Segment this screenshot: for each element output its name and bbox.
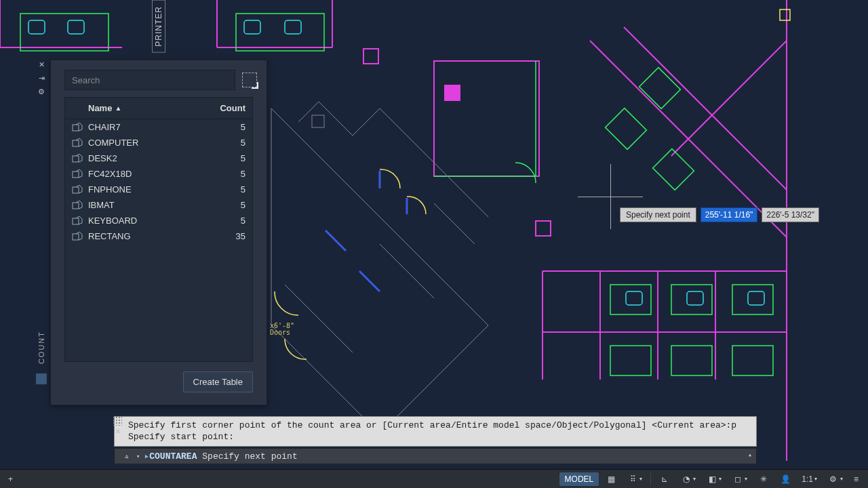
table-row[interactable]: RECTANG35 (65, 228, 252, 244)
block-count: 5 (205, 216, 245, 226)
svg-rect-11 (732, 346, 773, 375)
block-count: 35 (205, 231, 245, 241)
column-header-name-label: Name (88, 103, 112, 113)
dynamic-input-tooltip: Specify next point 255'-11 1/16" 226'-5 … (620, 207, 819, 222)
expand-history-icon[interactable]: ▴ (748, 451, 752, 459)
block-name: RECTANG (88, 231, 205, 241)
table-row[interactable]: FNPHONE5 (65, 182, 252, 197)
svg-rect-21 (748, 291, 764, 305)
create-table-button[interactable]: Create Table (183, 371, 253, 392)
svg-rect-22 (312, 115, 324, 127)
close-icon[interactable]: ✕ (37, 60, 46, 69)
svg-rect-25 (73, 125, 79, 131)
svg-rect-3 (445, 85, 460, 100)
block-count: 5 (205, 200, 245, 210)
scale-button[interactable]: 1:1▾ (797, 473, 821, 485)
block-count: 5 (205, 169, 245, 179)
command-history-line: Specify start point: (128, 431, 749, 443)
block-name: IBMAT (88, 200, 205, 210)
command-prompt-text: Specify next point (202, 451, 297, 462)
block-count: 5 (205, 122, 245, 132)
ortho-toggle-icon[interactable]: ⊾ (655, 472, 674, 486)
block-name: FC42X18D (88, 169, 205, 179)
svg-rect-29 (73, 187, 79, 193)
block-name: DESK2 (88, 153, 205, 163)
svg-rect-8 (732, 285, 773, 314)
command-line-area: ✕ Specify first corner point of the coun… (114, 416, 757, 464)
block-icon (72, 201, 83, 210)
svg-rect-1 (363, 49, 378, 64)
svg-rect-10 (671, 346, 712, 375)
annotation-scale-icon[interactable]: ✳ (754, 472, 773, 486)
annotation-visibility-icon[interactable]: 👤 (776, 472, 795, 486)
table-row[interactable]: IBMAT5 (65, 197, 252, 213)
block-icon (72, 185, 83, 195)
drag-handle-icon[interactable] (113, 416, 122, 426)
table-row[interactable]: KEYBOARD5 (65, 213, 252, 228)
block-icon (72, 169, 83, 179)
block-icon (72, 138, 83, 148)
grid-toggle-icon[interactable]: ▦ (601, 472, 620, 486)
palette-tab-icon[interactable] (36, 373, 47, 384)
block-icon (72, 154, 83, 163)
svg-rect-16 (68, 20, 84, 34)
selection-window-icon[interactable] (242, 73, 257, 87)
svg-rect-13 (606, 108, 647, 150)
svg-rect-32 (73, 234, 79, 240)
sort-ascending-icon: ▲ (115, 104, 121, 112)
count-palette-rail: ✕ ⇥ ⚙ COUNT (34, 60, 49, 384)
svg-rect-17 (244, 20, 260, 34)
svg-rect-12 (639, 68, 681, 109)
dynamic-input-field-1[interactable]: 255'-11 1/16" (701, 207, 758, 222)
table-row[interactable]: CHAIR75 (65, 119, 252, 135)
snap-toggle-icon[interactable]: ⠿▾ (623, 472, 646, 486)
column-header-name[interactable]: Name ▲ (72, 103, 205, 113)
svg-rect-28 (73, 171, 79, 178)
osnap-toggle-icon[interactable]: ◻▾ (728, 472, 751, 486)
svg-rect-14 (653, 149, 694, 190)
palette-title: COUNT (37, 331, 45, 364)
workspace-switch-icon[interactable]: ⚙▾ (824, 472, 847, 486)
svg-rect-18 (285, 20, 301, 34)
command-input[interactable]: ▵ ▾ ▸ COUNTAREA Specify next point ▴ (114, 448, 757, 464)
separator (650, 473, 651, 485)
dynamic-input-prompt: Specify next point (620, 207, 696, 222)
dynamic-input-field-2[interactable]: 226'-5 13/32" (762, 207, 819, 222)
command-keyword: COUNTAREA (149, 451, 197, 462)
svg-rect-6 (610, 285, 651, 314)
svg-rect-9 (610, 346, 651, 375)
isoplane-icon[interactable]: ◧▾ (703, 472, 726, 486)
block-name: COMPUTER (88, 138, 205, 148)
table-row[interactable]: COMPUTER5 (65, 135, 252, 150)
block-name: KEYBOARD (88, 216, 205, 226)
block-name: FNPHONE (88, 184, 205, 195)
svg-rect-30 (73, 203, 79, 209)
close-icon[interactable]: ✕ (113, 426, 123, 436)
svg-rect-27 (73, 156, 79, 162)
svg-rect-19 (626, 291, 642, 305)
command-prompt-icon: ▵ (120, 451, 134, 462)
command-history: Specify first corner point of the count … (114, 416, 757, 447)
block-icon (72, 232, 83, 241)
customization-menu-icon[interactable]: ≡ (850, 473, 863, 485)
block-name: CHAIR7 (88, 122, 205, 132)
chevron-down-icon[interactable]: ▾ (136, 453, 140, 460)
svg-rect-26 (73, 140, 79, 146)
block-icon (72, 216, 83, 226)
table-row[interactable]: FC42X18D5 (65, 166, 252, 182)
svg-rect-7 (671, 285, 712, 314)
column-header-count[interactable]: Count (205, 103, 245, 113)
command-history-line: Specify first corner point of the count … (128, 420, 749, 432)
block-count: 5 (205, 184, 245, 195)
add-layout-button[interactable]: + (4, 473, 17, 485)
options-icon[interactable]: ⚙ (37, 87, 46, 96)
search-input[interactable] (64, 70, 235, 90)
svg-rect-20 (687, 291, 703, 305)
polar-tracking-icon[interactable]: ◔▾ (677, 472, 700, 486)
svg-text:Doors: Doors (270, 329, 290, 336)
pin-icon[interactable]: ⇥ (37, 73, 46, 83)
model-space-button[interactable]: MODEL (559, 472, 599, 486)
scale-label: 1:1 (802, 474, 813, 484)
table-row[interactable]: DESK25 (65, 150, 252, 166)
svg-rect-31 (73, 218, 79, 224)
